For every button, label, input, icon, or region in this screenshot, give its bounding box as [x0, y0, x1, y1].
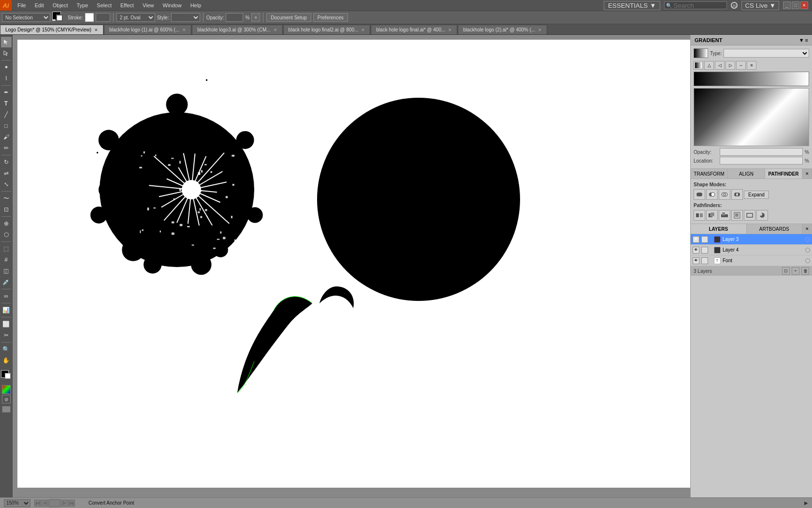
layer-visibility-font[interactable]: 👁 [693, 257, 699, 264]
gradient-tool-btn-5[interactable]: ↔ [736, 61, 746, 70]
layer-target-3[interactable] [805, 237, 810, 242]
pen-tool[interactable]: ✒ [1, 87, 12, 98]
pf-merge[interactable] [719, 210, 730, 221]
tab-0[interactable]: Logo Design* @ 150% (CMYK/Preview) ✕ [0, 25, 103, 34]
tap-panel-close[interactable]: ✕ [802, 169, 812, 179]
pf-crop[interactable] [731, 210, 743, 221]
gradient-tool-btn-3[interactable]: ◁ [715, 61, 725, 70]
pf-divide[interactable] [694, 210, 705, 221]
type-tool[interactable]: T [1, 98, 12, 109]
tab-close-5[interactable]: ✕ [538, 28, 542, 32]
maximize-button[interactable]: □ [792, 1, 799, 9]
preferences-button[interactable]: Preferences [313, 13, 348, 22]
panel-collapse-icon[interactable]: ▼ [799, 37, 804, 43]
lasso-tool[interactable]: ⌇ [1, 73, 12, 84]
blend-tool[interactable]: ∞ [1, 291, 12, 301]
artwork-canvas[interactable] [17, 40, 690, 488]
layer-visibility-3[interactable]: 👁 [693, 236, 699, 243]
pf-minus-back[interactable] [756, 210, 768, 221]
menu-view[interactable]: View [139, 1, 158, 9]
artboard-tool[interactable]: ⬜ [1, 319, 12, 329]
layers-panel-close[interactable]: ✕ [802, 224, 812, 234]
menu-select[interactable]: Select [93, 1, 116, 9]
gradient-type-select[interactable]: Linear Radial [724, 49, 809, 58]
eyedropper-tool[interactable]: 💉 [1, 277, 12, 287]
menu-help[interactable]: Help [187, 1, 205, 9]
layer-lock-3[interactable] [701, 236, 708, 243]
make-clip-mask-button[interactable]: ⊡ [782, 267, 790, 275]
cs-live-button[interactable]: CS Live ▼ [741, 1, 779, 10]
stroke-swatch[interactable] [56, 15, 63, 21]
hand-tool[interactable]: ✋ [1, 355, 12, 366]
mesh-tool[interactable]: # [1, 254, 12, 265]
gradient-bar[interactable] [694, 72, 809, 86]
stroke-value-input[interactable] [96, 13, 110, 22]
shape-mode-exclude[interactable] [731, 189, 743, 200]
tab-close-4[interactable]: ✕ [448, 28, 452, 32]
gradient-tool-btn-6[interactable]: ≡ [747, 61, 756, 70]
menu-object[interactable]: Object [49, 1, 72, 9]
selection-select[interactable]: No Selection [2, 13, 50, 22]
paintbrush-tool[interactable]: 🖌 [1, 132, 12, 142]
tab-3[interactable]: black hole logo final2.ai @ 800... ✕ [283, 25, 371, 34]
expand-button[interactable]: Expand [744, 191, 769, 199]
delete-layer-button[interactable]: 🗑 [801, 267, 809, 275]
gradient-tool-btn-1[interactable] [694, 61, 703, 70]
document-setup-button[interactable]: Document Setup [266, 13, 311, 22]
direct-selection-tool[interactable] [1, 48, 12, 59]
tab-1[interactable]: blackhole logo (1).ai @ 600% (... ✕ [104, 25, 191, 34]
gradient-location-input[interactable] [720, 157, 803, 164]
tab-close-2[interactable]: ✕ [274, 28, 277, 32]
gradient-preview-swatch[interactable] [694, 48, 708, 58]
slice-tool[interactable]: ✂ [1, 330, 12, 341]
gradient-tool-btn-2[interactable]: △ [704, 61, 714, 70]
selection-tool[interactable] [1, 37, 12, 47]
layer-row-4[interactable]: 👁 Layer 4 [691, 245, 812, 255]
tab-close-0[interactable]: ✕ [94, 28, 98, 32]
layer-target-4[interactable] [805, 248, 810, 253]
pencil-tool[interactable]: ✏ [1, 143, 12, 153]
warp-tool[interactable]: 〜 [1, 193, 12, 204]
artboards-tab[interactable]: ARTBOARDS [747, 224, 803, 234]
layer-row-3[interactable]: 👁 Layer 3 [691, 234, 812, 245]
minimize-button[interactable]: _ [783, 1, 791, 9]
opacity-icon[interactable]: ≡ [251, 13, 260, 22]
menu-edit[interactable]: Edit [31, 1, 48, 9]
menu-window[interactable]: Window [159, 1, 186, 9]
essentials-button[interactable]: ESSENTIALS ▼ [604, 1, 660, 10]
nav-first[interactable]: |◁ [34, 500, 41, 507]
style-select[interactable] [171, 13, 200, 22]
perspective-tool[interactable]: ⬚ [1, 243, 12, 254]
transform-tab[interactable]: TRANSFORM [691, 169, 728, 179]
nav-prev[interactable]: ◁ [42, 500, 48, 507]
pf-trim[interactable] [706, 210, 718, 221]
zoom-tool[interactable]: 🔍 [1, 344, 12, 355]
none-mode-button[interactable]: ⊘ [2, 395, 11, 403]
layer-lock-4[interactable] [701, 247, 708, 254]
reflect-tool[interactable]: ⇌ [1, 168, 12, 179]
shape-builder-tool[interactable]: ⊕ [1, 218, 12, 229]
color-mode-button[interactable] [2, 385, 11, 394]
magic-wand-tool[interactable]: ✦ [1, 62, 12, 73]
new-layer-button[interactable]: + [792, 267, 799, 275]
stroke-size-select[interactable]: 2 pt. Oval [116, 13, 155, 22]
layer-row-font[interactable]: 👁 T Font [691, 255, 812, 266]
tab-2[interactable]: blackhole logo3.ai @ 300% (CM... ✕ [192, 25, 282, 34]
menu-effect[interactable]: Effect [116, 1, 138, 9]
background-color[interactable] [5, 373, 11, 379]
shape-mode-intersect[interactable] [719, 189, 730, 200]
gradient-large-preview[interactable] [694, 88, 809, 146]
gradient-tool-btn-4[interactable]: ▷ [725, 61, 735, 70]
gradient-tool[interactable]: ◫ [1, 266, 12, 276]
scale-tool[interactable]: ⤡ [1, 179, 12, 190]
pathfinder-tab[interactable]: PATHFINDER [765, 169, 802, 179]
live-paint-tool[interactable]: ⬡ [1, 229, 12, 240]
panel-menu-icon[interactable]: ≡ [805, 37, 808, 43]
align-tab[interactable]: ALIGN [728, 169, 765, 179]
tab-close-3[interactable]: ✕ [361, 28, 365, 32]
artboard-input[interactable]: 1 [49, 499, 60, 507]
shape-mode-unite[interactable] [694, 189, 705, 200]
menu-file[interactable]: File [14, 1, 30, 9]
zoom-select[interactable]: 150% [4, 499, 30, 507]
gradient-panel-header[interactable]: GRADIENT ▼ ≡ [691, 35, 812, 45]
